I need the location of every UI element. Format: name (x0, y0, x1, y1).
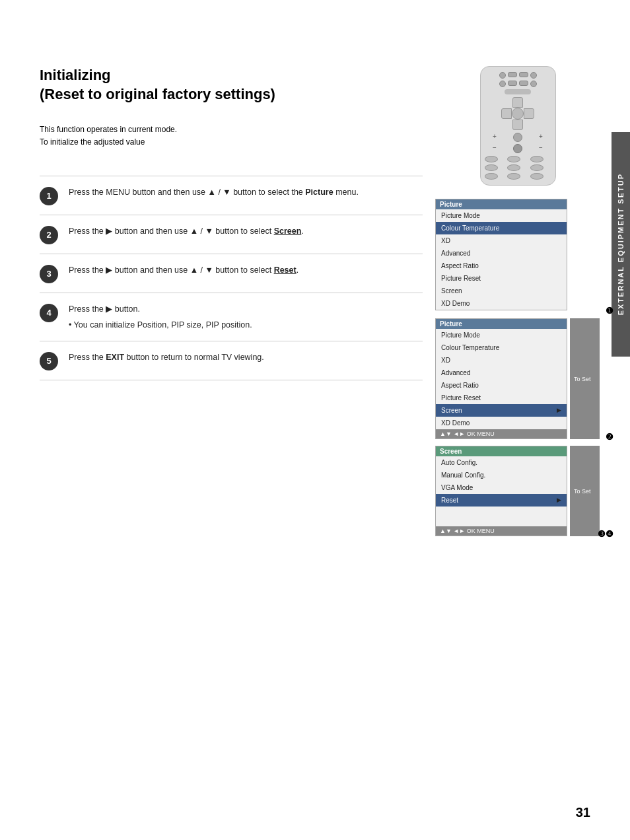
menu3-bottom: ▲▼ ◄► OK MENU (436, 526, 567, 536)
menu3-arrow: ▶ (557, 496, 561, 505)
menu3-item-1: Auto Config. (436, 456, 567, 469)
step-number-3: 3 (40, 265, 58, 283)
remote-grid-btn-7 (485, 173, 498, 180)
remote-btn-3 (508, 81, 517, 86)
menu3-header: Screen (436, 446, 567, 456)
step-4: 4 Press the ▶ button. • You can initiali… (40, 293, 423, 341)
menu2-bottom: ▲▼ ◄► OK MENU (436, 429, 567, 438)
remote-plus-minus: + + (485, 133, 551, 142)
menu1-item-5: Aspect Ratio (436, 260, 567, 272)
menu3-item-reset: Reset ▶ (436, 494, 567, 507)
page-number: 31 (576, 805, 590, 820)
menu1-section: Picture Picture Mode Colour Temperature … (435, 199, 600, 310)
remote-btn-circle-2 (530, 72, 537, 79)
menu1-box: Picture Picture Mode Colour Temperature … (435, 199, 567, 310)
remote-dash-1: − (493, 144, 497, 153)
menu3-spacer (436, 507, 567, 526)
remote-grid-btn-2 (507, 156, 520, 162)
menu1-header: Picture (436, 199, 567, 209)
menu2-item-8: XD Demo (436, 417, 567, 429)
remote-btn-circle-4 (530, 81, 537, 87)
dpad-down (512, 120, 523, 130)
menu3-item-3: VGA Mode (436, 481, 567, 494)
remote-dpad (501, 97, 534, 130)
menu2-item-6: Picture Reset (436, 392, 567, 404)
menu2-box: Picture Picture Mode Colour Temperature … (435, 318, 567, 439)
menu3-with-submenu: Screen Auto Config. Manual Config. VGA M… (435, 446, 600, 536)
menu1-step-indicator: ❶ (606, 306, 613, 316)
menu3-step-indicator: ❸❹ (598, 529, 613, 539)
remote-grid (485, 156, 551, 180)
bold-exit: EXIT (106, 353, 124, 362)
step-number-4: 4 (40, 304, 58, 322)
step-1: 1 Press the MENU button and then use ▲ /… (40, 176, 423, 215)
step-text-3: Press the ▶ button and then use ▲ / ▼ bu… (69, 263, 298, 277)
bold-picture: Picture (305, 188, 333, 197)
menu1-item-8: XD Demo (436, 297, 567, 310)
remote-row-2 (485, 81, 551, 87)
dpad-left (501, 108, 512, 119)
menu1-item-3: XD (436, 234, 567, 247)
description: This function operates in current mode. … (40, 123, 423, 149)
step-text-1: Press the MENU button and then use ▲ / ▼… (69, 186, 359, 199)
menu2-item-3: XD (436, 354, 567, 367)
menu3-box: Screen Auto Config. Manual Config. VGA M… (435, 446, 567, 536)
remote-btn-1 (508, 72, 517, 77)
menu3-submenu-label: To Set (570, 446, 600, 536)
step-number-1: 1 (40, 187, 58, 205)
step-number-5: 5 (40, 352, 58, 370)
remote-x-btn (513, 144, 522, 153)
remote-minus: + (539, 133, 543, 142)
remote-row-3: − − (485, 144, 551, 153)
menu1-item-2: Colour Temperature (436, 222, 567, 234)
remote-center-btn (513, 133, 522, 142)
remote-grid-btn-5 (507, 164, 520, 171)
remote-grid-btn-4 (485, 164, 498, 171)
remote-control: + + − − (480, 66, 556, 186)
step-4-sub: • You can initialize Position, PIP size,… (69, 318, 252, 332)
menu1-item-4: Advanced (436, 247, 567, 260)
side-tab-text: EXTERNAL EQUIPMENT SETUP (617, 173, 625, 315)
menu3-item-2: Manual Config. (436, 469, 567, 481)
remote-btn-4 (519, 81, 528, 86)
menu2-step-indicator: ❷ (606, 432, 613, 442)
menu2-arrow: ▶ (557, 406, 561, 415)
step-text-4: Press the ▶ button. • You can initialize… (69, 302, 252, 332)
dpad-right (524, 108, 534, 119)
menu2-header: Picture (436, 319, 567, 329)
steps-container: 1 Press the MENU button and then use ▲ /… (40, 176, 423, 380)
bold-screen: Screen (274, 227, 302, 236)
remote-grid-btn-6 (530, 164, 543, 171)
step-number-2: 2 (40, 226, 58, 244)
remote-btn-circle-1 (499, 72, 506, 79)
remote-grid-btn-1 (485, 156, 498, 162)
remote-container: + + − − (478, 66, 557, 186)
remote-btn-2 (519, 72, 528, 77)
dpad-center (512, 108, 524, 120)
step-text-5: Press the EXIT button to return to norma… (69, 351, 264, 364)
bold-reset: Reset (274, 265, 297, 275)
menu2-with-submenu: Picture Picture Mode Colour Temperature … (435, 318, 600, 439)
right-panel: + + − − P (435, 66, 600, 543)
step-3: 3 Press the ▶ button and then use ▲ / ▼ … (40, 254, 423, 293)
menu3-section: Screen Auto Config. Manual Config. VGA M… (435, 446, 600, 536)
page-title: Initializing (Reset to original factory … (40, 66, 423, 104)
menu2-submenu-label: To Set (570, 318, 600, 439)
menu2-item-2: Colour Temperature (436, 341, 567, 354)
remote-grid-btn-9 (530, 173, 543, 180)
menu2-item-4: Advanced (436, 367, 567, 379)
main-content: Initializing (Reset to original factory … (40, 66, 423, 380)
remote-dash-2: − (539, 144, 543, 153)
menu1-item-1: Picture Mode (436, 209, 567, 222)
menu2-item-1: Picture Mode (436, 329, 567, 341)
menu1-item-6: Picture Reset (436, 272, 567, 285)
dpad-up (512, 97, 523, 108)
step-2: 2 Press the ▶ button and then use ▲ / ▼ … (40, 215, 423, 254)
menu2-item-screen: Screen ▶ (436, 404, 567, 417)
remote-grid-btn-3 (530, 156, 543, 162)
menu1-item-7: Screen (436, 285, 567, 297)
remote-btn-circle-3 (499, 81, 506, 87)
menu2-item-5: Aspect Ratio (436, 379, 567, 392)
remote-top-row (485, 72, 551, 79)
side-tab: EXTERNAL EQUIPMENT SETUP (612, 132, 630, 357)
